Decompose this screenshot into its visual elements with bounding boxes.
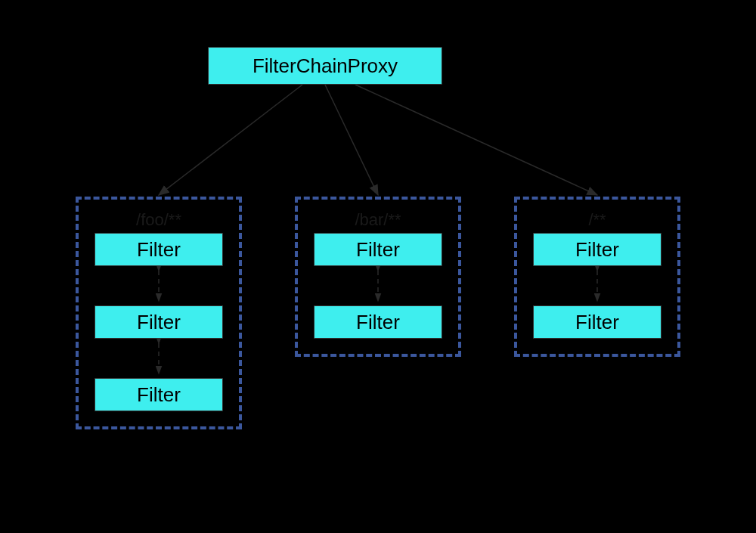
filter-node: Filter [94,305,223,339]
chain-pattern-label: /** [531,210,664,233]
filter-connector [311,266,445,305]
filter-label: Filter [137,311,181,334]
filter-node: Filter [94,378,223,411]
svg-line-3 [325,85,378,195]
filter-node: Filter [533,233,662,266]
chain-group-foo: /foo/** Filter Filter Filter [76,197,242,429]
filter-node: Filter [314,305,442,339]
proxy-label: FilterChainProxy [253,54,398,78]
chain-pattern-label: /bar/** [311,210,445,233]
filter-node: Filter [533,305,662,339]
filter-chain-proxy-node: FilterChainProxy [208,47,442,85]
filter-label: Filter [137,238,181,262]
filter-label: Filter [356,238,400,262]
svg-line-2 [159,85,302,195]
filter-label: Filter [356,311,400,334]
chain-group-all: /** Filter Filter [514,197,680,357]
svg-line-4 [355,85,597,195]
filter-connector [92,266,225,305]
chain-group-bar: /bar/** Filter Filter [295,197,461,357]
filter-connector [92,339,225,378]
filter-label: Filter [575,311,619,334]
filter-label: Filter [137,383,181,407]
filter-node: Filter [314,233,442,266]
filter-node: Filter [94,233,223,266]
chain-pattern-label: /foo/** [92,210,225,233]
filter-connector [531,266,664,305]
filter-label: Filter [575,238,619,262]
